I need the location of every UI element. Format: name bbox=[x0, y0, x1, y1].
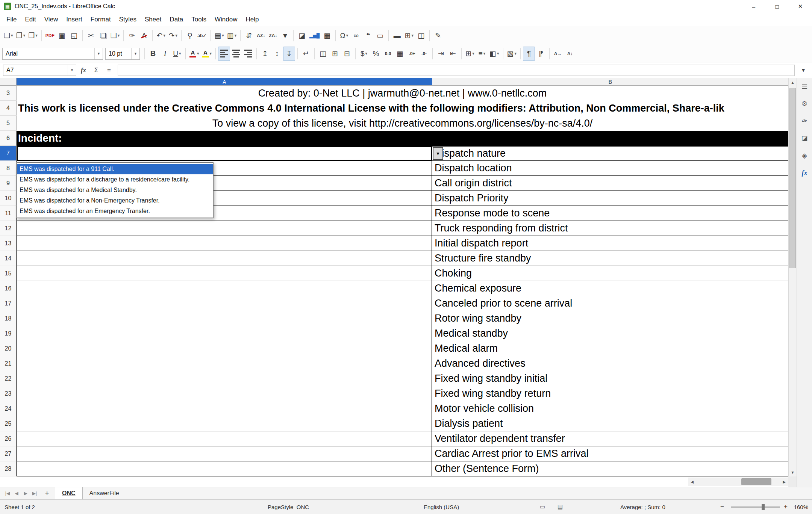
grid-cell-a[interactable] bbox=[17, 386, 432, 401]
borders-button[interactable]: ⊞▾ bbox=[464, 47, 476, 61]
grid-cell-a[interactable] bbox=[17, 311, 432, 326]
grid-cell-b[interactable]: Chemical exposure bbox=[432, 281, 788, 296]
next-sheet-button[interactable]: ▶ bbox=[21, 491, 30, 496]
gallery-icon[interactable]: ◪ bbox=[798, 132, 810, 145]
chevron-down-icon[interactable]: ▾ bbox=[94, 48, 103, 59]
row-header-10[interactable]: 10 bbox=[0, 191, 17, 206]
text-direction-horizontal-button[interactable]: A→ bbox=[552, 47, 564, 61]
underline-button[interactable]: U▾ bbox=[171, 47, 183, 61]
headers-footers-button[interactable]: ▬ bbox=[391, 29, 403, 43]
print-button[interactable]: ▣ bbox=[56, 29, 68, 43]
zoom-slider[interactable] bbox=[731, 500, 780, 514]
row-header-28[interactable]: 28 bbox=[0, 461, 17, 476]
grid-cell-b[interactable]: Rotor wing standby bbox=[432, 311, 788, 326]
scroll-up-arrow[interactable]: ▲ bbox=[789, 78, 797, 86]
zoom-slider-thumb[interactable] bbox=[762, 504, 765, 510]
column-header-a[interactable]: A bbox=[17, 78, 432, 86]
grid-cell-b[interactable]: Structure fire standby bbox=[432, 251, 788, 266]
increase-indent-button[interactable]: ⇥ bbox=[435, 47, 447, 61]
rows-button[interactable]: ▤▾ bbox=[213, 29, 225, 43]
row-header-14[interactable]: 14 bbox=[0, 251, 17, 266]
row-header-26[interactable]: 26 bbox=[0, 431, 17, 446]
center-vertically-button[interactable]: ↕ bbox=[271, 47, 283, 61]
expand-formula-bar-button[interactable]: ▾ bbox=[798, 65, 809, 76]
grid-cell-b[interactable]: Motor vehicle collision bbox=[432, 401, 788, 416]
close-button[interactable]: ✕ bbox=[789, 0, 812, 13]
grid-cell-a[interactable] bbox=[17, 251, 432, 266]
language-status[interactable]: English (USA) bbox=[424, 500, 459, 514]
vertical-scrollbar-thumb[interactable] bbox=[789, 88, 796, 268]
row-header-22[interactable]: 22 bbox=[0, 371, 17, 386]
undo-button[interactable]: ↶▾ bbox=[155, 29, 167, 43]
row-header-4[interactable]: 4 bbox=[0, 101, 17, 116]
row-header-12[interactable]: 12 bbox=[0, 221, 17, 236]
align-top-button[interactable]: ↥ bbox=[259, 47, 271, 61]
previous-sheet-button[interactable]: ◀ bbox=[12, 491, 21, 496]
row-header-11[interactable]: 11 bbox=[0, 206, 17, 221]
row-header-13[interactable]: 13 bbox=[0, 236, 17, 251]
grid-cell-a[interactable] bbox=[17, 326, 432, 341]
format-percent-button[interactable]: % bbox=[370, 47, 382, 61]
grid-cell-b[interactable]: Dialysis patient bbox=[432, 416, 788, 431]
grid-cell-b[interactable]: Ventilator dependent transfer bbox=[432, 431, 788, 446]
grid-cell-b[interactable]: Medical standby bbox=[432, 326, 788, 341]
grid-cell-a[interactable] bbox=[17, 341, 432, 356]
row-header-23[interactable]: 23 bbox=[0, 386, 17, 401]
chevron-down-icon[interactable]: ▾ bbox=[131, 48, 139, 59]
last-sheet-button[interactable]: ▶| bbox=[30, 491, 39, 496]
add-decimal-button[interactable]: .0+ bbox=[406, 47, 418, 61]
dropdown-option[interactable]: EMS was dispatched for an Emergency Tran… bbox=[17, 206, 213, 216]
menu-window[interactable]: Window bbox=[211, 14, 241, 25]
add-sheet-button[interactable]: + bbox=[41, 489, 53, 497]
menu-view[interactable]: View bbox=[40, 14, 62, 25]
redo-button[interactable]: ↷▾ bbox=[167, 29, 179, 43]
menu-styles[interactable]: Styles bbox=[115, 14, 141, 25]
row-header-16[interactable]: 16 bbox=[0, 281, 17, 296]
hyperlink-button[interactable]: ∞ bbox=[350, 29, 362, 43]
column-header-b[interactable]: B bbox=[432, 78, 788, 86]
autofilter-button[interactable]: ▼ bbox=[279, 29, 291, 43]
merged-cell-row3[interactable]: Created by: 0-Net LLC | jwarmuth@0-net.n… bbox=[17, 86, 788, 101]
open-button[interactable]: ❐▾ bbox=[15, 29, 27, 43]
font-name-select[interactable]: Arial▾ bbox=[2, 48, 103, 60]
highlight-color-button[interactable]: A▾ bbox=[201, 47, 214, 61]
name-box[interactable]: A7▾ bbox=[3, 65, 76, 76]
font-size-select[interactable]: 10 pt▾ bbox=[105, 48, 140, 60]
grid-cell-a[interactable] bbox=[17, 266, 432, 281]
row-header-6[interactable]: 6 bbox=[0, 131, 17, 146]
functions-icon[interactable]: fx bbox=[798, 166, 810, 180]
cell-dropdown-button[interactable]: ▼ bbox=[433, 147, 443, 160]
select-sum-button[interactable]: Σ bbox=[91, 65, 102, 76]
menu-edit[interactable]: Edit bbox=[21, 14, 40, 25]
menu-tools[interactable]: Tools bbox=[187, 14, 211, 25]
conditional-formatting-button[interactable]: ▧▾ bbox=[506, 47, 518, 61]
row-header-7[interactable]: 7 bbox=[0, 146, 17, 161]
menu-file[interactable]: File bbox=[2, 14, 21, 25]
row-header-18[interactable]: 18 bbox=[0, 311, 17, 326]
grid-cell-b[interactable]: Response mode to scene bbox=[432, 206, 788, 221]
grid-cell-b[interactable]: Advanced directives bbox=[432, 356, 788, 371]
chevron-down-icon[interactable]: ▾ bbox=[68, 65, 76, 76]
decrease-indent-button[interactable]: ⇤ bbox=[447, 47, 459, 61]
sort-ascending-button[interactable]: AZ↓ bbox=[255, 29, 267, 43]
dropdown-option[interactable]: EMS was dispatched for a Non-Emergency T… bbox=[17, 195, 213, 206]
border-color-button[interactable]: ◧▾ bbox=[488, 47, 500, 61]
clone-formatting-button[interactable]: ✑ bbox=[126, 29, 138, 43]
align-left-button[interactable] bbox=[218, 47, 230, 61]
scroll-right-arrow[interactable]: ▶ bbox=[780, 480, 788, 484]
dropdown-option[interactable]: EMS was dispatched for a 911 Call. bbox=[17, 164, 213, 174]
insert-text-box-button[interactable]: ▭ bbox=[374, 29, 386, 43]
sidebar-settings-button[interactable]: ☰ bbox=[798, 80, 810, 93]
grid-cell-a[interactable] bbox=[17, 446, 432, 461]
grid-cell-b[interactable]: Medical alarm bbox=[432, 341, 788, 356]
freeze-panes-button[interactable]: ⊞▾ bbox=[403, 29, 415, 43]
menu-data[interactable]: Data bbox=[165, 14, 187, 25]
text-direction-vertical-button[interactable]: A↓ bbox=[564, 47, 576, 61]
row-header-5[interactable]: 5 bbox=[0, 116, 17, 131]
dropdown-option[interactable]: EMS was dispatched for a Medical Standby… bbox=[17, 185, 213, 195]
grid-cell-b[interactable]: Dispatch Priority bbox=[432, 191, 788, 206]
grid-cell-b[interactable]: Call origin district bbox=[432, 176, 788, 191]
menu-insert[interactable]: Insert bbox=[62, 14, 86, 25]
spelling-button[interactable]: ab✓ bbox=[196, 29, 208, 43]
copy-button[interactable]: ❏ bbox=[97, 29, 109, 43]
